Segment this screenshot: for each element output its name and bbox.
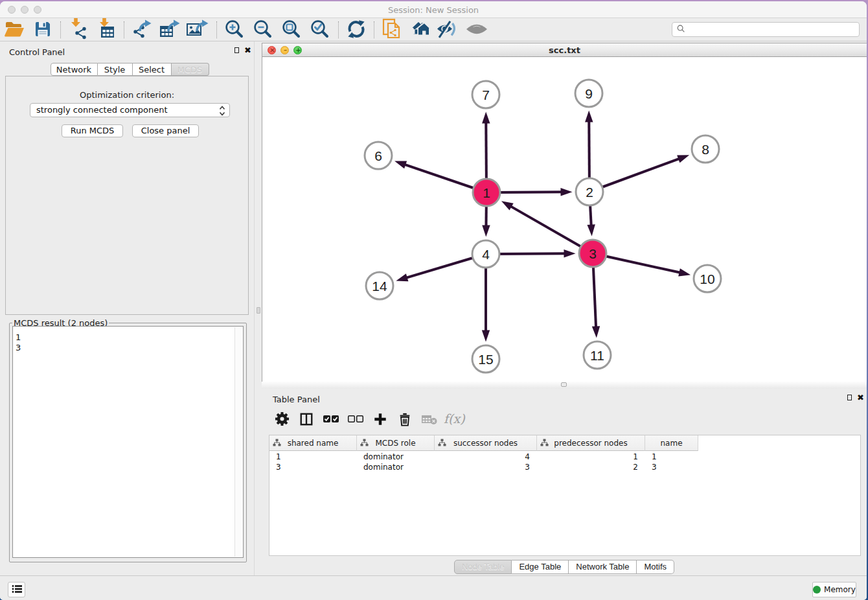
desktop-background: Session: New Session Control Panel ✖ Net…: [0, 0, 868, 600]
export-image-button[interactable]: [186, 19, 209, 41]
table-tab-motifs[interactable]: Motifs: [637, 560, 674, 574]
column-header-MCDS-role[interactable]: MCDS role: [357, 435, 435, 451]
control-panel-close-icon[interactable]: ✖: [244, 47, 251, 54]
delete-column-button[interactable]: [393, 410, 417, 430]
control-tab-style[interactable]: Style: [98, 63, 133, 76]
delete-table-icon: [421, 413, 438, 427]
control-tab-mcds[interactable]: MCDS: [172, 63, 209, 76]
cell-successor-nodes[interactable]: 3: [435, 462, 537, 472]
table-panel-close-icon[interactable]: ✖: [857, 394, 864, 401]
table-panel-float-icon[interactable]: [847, 395, 852, 400]
mcds-result-values: 1 3: [16, 332, 21, 353]
clone-network-button[interactable]: [380, 19, 404, 41]
cell-successor-nodes[interactable]: 4: [435, 452, 537, 462]
window-title: Session: New Session: [0, 5, 867, 15]
horizontal-splitter-grip[interactable]: [561, 382, 567, 387]
split-view-button[interactable]: [294, 410, 319, 430]
import-network-button[interactable]: [67, 19, 91, 41]
open-file-button[interactable]: [3, 19, 26, 41]
network-window-titlebar[interactable]: ✕ – + scc.txt: [262, 43, 867, 57]
zoom-selected-button[interactable]: [308, 19, 331, 41]
import-table-button[interactable]: [96, 19, 119, 41]
table-tab-network-table[interactable]: Network Table: [569, 560, 637, 574]
column-header-label: name: [660, 439, 682, 448]
unselect-all-icon: [347, 413, 364, 427]
table-tab-node-table[interactable]: Node Table: [454, 560, 512, 574]
table-row-1[interactable]: 1dominator411: [269, 452, 860, 462]
column-header-successor-nodes[interactable]: successor nodes: [435, 435, 537, 451]
column-header-label: MCDS role: [375, 439, 415, 448]
add-column-button[interactable]: [368, 410, 393, 430]
column-header-predecessor-nodes[interactable]: predecessor nodes: [537, 435, 645, 451]
hide-details-button[interactable]: [436, 19, 459, 41]
edge-arrow-1-6: [394, 161, 407, 169]
memory-button[interactable]: Memory: [812, 582, 856, 597]
vertical-splitter-grip[interactable]: [257, 307, 260, 314]
cell-predecessor-nodes[interactable]: 2: [537, 462, 645, 472]
control-panel-title: Control Panel: [9, 47, 65, 57]
toolbar-separator: [124, 21, 124, 38]
select-all-icon: [323, 413, 339, 427]
table-settings-button[interactable]: [269, 410, 294, 430]
save-session-button[interactable]: [31, 19, 54, 41]
cell-MCDS-role[interactable]: dominator: [357, 452, 435, 462]
toolbar-separator: [374, 21, 374, 38]
zoom-out-button[interactable]: [251, 19, 274, 41]
main-toolbar: [0, 19, 867, 41]
table-toolbar: f(x): [269, 408, 466, 432]
graph-node-label-1: 1: [483, 185, 490, 200]
function-builder-button[interactable]: f(x): [442, 410, 466, 430]
network-window: ✕ – + scc.txt 7968124314101511: [262, 43, 867, 382]
control-tab-network[interactable]: Network: [51, 63, 98, 76]
cell-shared-name[interactable]: 3: [269, 462, 357, 472]
memory-label: Memory: [824, 585, 856, 594]
cell-shared-name[interactable]: 1: [269, 452, 357, 462]
hide-details-icon: [436, 19, 459, 41]
table-row-2[interactable]: 3dominator323: [269, 462, 860, 472]
column-header-name[interactable]: name: [645, 435, 698, 451]
function-builder-icon: f(x): [442, 411, 466, 429]
network-window-title: scc.txt: [262, 45, 867, 55]
edge-arrow-1-2: [560, 188, 572, 196]
cell-name[interactable]: 3: [645, 462, 698, 472]
split-view-icon: [299, 412, 314, 428]
cell-name[interactable]: 1: [645, 452, 698, 462]
delete-table-button[interactable]: [417, 410, 442, 430]
refresh-layout-button[interactable]: [345, 19, 368, 41]
unselect-all-button[interactable]: [343, 410, 368, 430]
close-panel-button[interactable]: Close panel: [132, 124, 199, 137]
network-canvas[interactable]: 7968124314101511: [262, 58, 867, 382]
memory-status-icon: [813, 586, 821, 594]
mcds-result-area[interactable]: 1 3: [12, 326, 244, 558]
table-tab-edge-table[interactable]: Edge Table: [512, 560, 569, 574]
horizontal-splitter[interactable]: [262, 382, 867, 389]
import-table-icon: [98, 18, 117, 42]
task-history-button[interactable]: [8, 582, 25, 597]
cell-MCDS-role[interactable]: dominator: [357, 462, 435, 472]
graph-node-label-6: 6: [374, 148, 382, 163]
select-all-button[interactable]: [319, 410, 343, 430]
optimization-criterion-select[interactable]: strongly connected component: [30, 103, 230, 117]
graph-edges: [394, 110, 691, 341]
control-panel-float-icon[interactable]: [234, 47, 239, 53]
show-details-button[interactable]: [465, 19, 488, 41]
zoom-in-button[interactable]: [222, 19, 246, 41]
export-table-button[interactable]: [158, 19, 181, 41]
search-box[interactable]: [672, 22, 860, 37]
cell-predecessor-nodes[interactable]: 1: [537, 452, 645, 462]
status-bar: Memory: [0, 575, 867, 600]
refresh-layout-icon: [347, 19, 366, 41]
column-header-shared-name[interactable]: shared name: [269, 435, 357, 451]
zoom-fit-button[interactable]: [279, 19, 303, 41]
export-network-button[interactable]: [130, 19, 154, 41]
vertical-splitter[interactable]: [254, 41, 262, 575]
home-view-button[interactable]: [408, 19, 431, 41]
search-input[interactable]: [686, 25, 859, 34]
mcds-result-scrollbar[interactable]: [234, 327, 242, 557]
edge-arrow-3-10: [678, 268, 691, 276]
edge-arrow-2-9: [585, 110, 593, 122]
graph-node-label-3: 3: [589, 246, 597, 261]
run-mcds-button[interactable]: Run MCDS: [62, 124, 123, 137]
control-tab-select[interactable]: Select: [133, 63, 172, 76]
delete-column-icon: [398, 411, 412, 429]
